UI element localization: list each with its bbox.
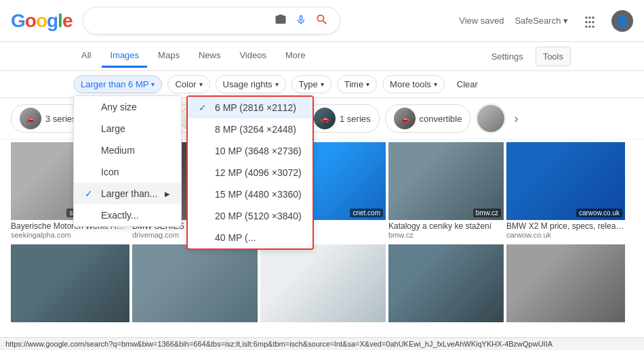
mp-20-item[interactable]: 20 MP (5120 ×3840) bbox=[188, 205, 313, 227]
tab-images[interactable]: Images bbox=[102, 45, 147, 68]
image-item-7[interactable] bbox=[132, 244, 258, 322]
size-large-item[interactable]: Large bbox=[74, 118, 181, 139]
view-saved-link[interactable]: View saved bbox=[459, 16, 504, 26]
cat-thumb-1series: 🚗 bbox=[314, 108, 336, 129]
search-icon bbox=[315, 13, 329, 26]
image-item-5[interactable]: carwow.co.uk BMW X2 M price, specs, rele… bbox=[506, 142, 625, 239]
more-tools-arrow: ▾ bbox=[434, 81, 437, 88]
mic-icon bbox=[295, 14, 307, 26]
size-icon-label: Icon bbox=[101, 167, 119, 177]
search-input[interactable]: bmw bbox=[93, 15, 268, 27]
image-10-thumb bbox=[506, 244, 625, 322]
color-filter-button[interactable]: Color ▾ bbox=[167, 75, 209, 93]
image-item-6[interactable] bbox=[11, 244, 129, 322]
clear-button[interactable]: Clear bbox=[450, 76, 485, 93]
size-exactly-item[interactable]: Exactly... bbox=[74, 204, 181, 226]
filter-bar: Larger than 6 MP ▾ Color ▾ Usage rights … bbox=[0, 71, 644, 98]
cat-label-3series: 3 series bbox=[45, 114, 77, 124]
size-large-label: Large bbox=[101, 123, 125, 134]
cat-thumb-extra bbox=[477, 105, 504, 132]
settings-link[interactable]: Settings bbox=[485, 47, 530, 66]
image-5-source: carwow.co.uk bbox=[506, 231, 625, 239]
nav-right: Settings Tools bbox=[485, 47, 571, 66]
tab-videos[interactable]: Videos bbox=[231, 45, 275, 68]
usage-rights-button[interactable]: Usage rights ▾ bbox=[216, 75, 286, 93]
color-filter-label: Color bbox=[175, 79, 196, 89]
image-8-thumb bbox=[260, 244, 386, 322]
image-4-source: bmw.cz bbox=[388, 231, 504, 239]
mp-10-label: 10 MP (3648 ×2736) bbox=[215, 146, 302, 156]
image-item-8[interactable] bbox=[260, 244, 386, 322]
size-any-label: Any size bbox=[101, 102, 137, 112]
cat-label-1series: 1 series bbox=[340, 114, 371, 124]
size-larger-label: Larger than... bbox=[101, 188, 157, 199]
category-next-button[interactable]: › bbox=[511, 109, 521, 129]
size-larger-item[interactable]: ✓ Larger than... ▶ bbox=[74, 183, 181, 204]
tools-button[interactable]: Tools bbox=[536, 47, 571, 66]
grid-icon bbox=[583, 14, 597, 28]
search-button[interactable] bbox=[314, 12, 330, 30]
size-larger-arrow: ▶ bbox=[165, 190, 170, 198]
size-icon-item[interactable]: Icon bbox=[74, 161, 181, 183]
apps-button[interactable] bbox=[579, 10, 601, 32]
image-9-thumb bbox=[388, 244, 504, 322]
mp-15-label: 15 MP (4480 ×3360) bbox=[215, 189, 302, 200]
image-5-title: BMW X2 M price, specs, release date ... bbox=[506, 221, 625, 231]
type-filter-button[interactable]: Type ▾ bbox=[291, 75, 331, 93]
time-filter-button[interactable]: Time ▾ bbox=[337, 75, 377, 93]
type-filter-arrow: ▾ bbox=[321, 81, 324, 88]
size-any-item[interactable]: Any size bbox=[74, 96, 181, 118]
size-larger-check: ✓ bbox=[85, 188, 96, 199]
type-filter-label: Type bbox=[299, 79, 318, 89]
time-filter-label: Time bbox=[344, 79, 363, 89]
size-medium-item[interactable]: Medium bbox=[74, 139, 181, 161]
camera-search-button[interactable] bbox=[273, 12, 288, 29]
logo-l: l bbox=[58, 10, 62, 31]
mp-6-check: ✓ bbox=[199, 102, 209, 113]
mp-10-item[interactable]: 10 MP (3648 ×2736) bbox=[188, 140, 313, 162]
voice-search-button[interactable] bbox=[294, 12, 308, 29]
category-more-thumb[interactable] bbox=[476, 104, 506, 133]
mp-8-label: 8 MP (3264 ×2448) bbox=[215, 124, 296, 135]
tab-maps[interactable]: Maps bbox=[150, 45, 188, 68]
image-item-9[interactable] bbox=[388, 244, 504, 322]
more-tools-button[interactable]: More tools ▾ bbox=[382, 75, 445, 93]
time-filter-arrow: ▾ bbox=[366, 81, 369, 88]
logo-g2: g bbox=[47, 10, 58, 31]
tab-all[interactable]: All bbox=[73, 45, 99, 68]
mp-15-item[interactable]: 15 MP (4480 ×3360) bbox=[188, 183, 313, 205]
more-tools-label: More tools bbox=[390, 79, 431, 89]
status-url: https://www.google.com/search?q=bmw&biw=… bbox=[5, 340, 552, 348]
logo-o1: o bbox=[25, 10, 36, 31]
tab-more[interactable]: More bbox=[277, 45, 314, 68]
safe-search-link[interactable]: SafeSearch ▾ bbox=[515, 16, 568, 26]
google-logo[interactable]: Google bbox=[11, 10, 72, 32]
category-1series[interactable]: 🚗 1 series bbox=[305, 104, 380, 133]
size-filter-arrow: ▾ bbox=[151, 81, 155, 88]
mp-8-item[interactable]: 8 MP (3264 ×2448) bbox=[188, 118, 313, 140]
image-6-thumb bbox=[11, 244, 129, 322]
cat-thumb-3series: 🚗 bbox=[20, 108, 41, 129]
cat-label-convertible: convertible bbox=[420, 114, 462, 124]
size-filter-button[interactable]: Larger than 6 MP ▾ bbox=[73, 75, 162, 93]
image-4-title: Katalogy a ceniky ke stažení bbox=[388, 221, 504, 231]
mp-20-label: 20 MP (5120 ×3840) bbox=[215, 211, 302, 221]
mp-dropdown: ✓ 6 MP (2816 ×2112) 8 MP (3264 ×2448) 10… bbox=[186, 95, 314, 250]
mp-40-item[interactable]: 40 MP (... bbox=[188, 227, 313, 248]
mp-12-item[interactable]: 12 MP (4096 ×3072) bbox=[188, 162, 313, 183]
usage-rights-label: Usage rights bbox=[223, 79, 273, 89]
tab-news[interactable]: News bbox=[190, 45, 229, 68]
image-item-10[interactable] bbox=[506, 244, 625, 322]
account-button[interactable]: 👤 bbox=[611, 10, 633, 32]
image-item-4[interactable]: bmw.cz Katalogy a ceniky ke stažení bmw.… bbox=[388, 142, 504, 239]
category-convertible[interactable]: 🚗 convertible bbox=[385, 104, 471, 133]
mp-6-label: 6 MP (2816 ×2112) bbox=[215, 102, 296, 113]
header-right: View saved SafeSearch ▾ 👤 bbox=[459, 10, 633, 32]
color-filter-arrow: ▾ bbox=[199, 81, 203, 88]
usage-rights-arrow: ▾ bbox=[275, 81, 279, 88]
image-7-thumb bbox=[132, 244, 258, 322]
size-medium-label: Medium bbox=[101, 145, 135, 156]
nav-tabs: All Images Maps News Videos More Setting… bbox=[0, 42, 644, 71]
mp-6-item[interactable]: ✓ 6 MP (2816 ×2112) bbox=[188, 97, 313, 118]
size-dropdown: Any size Large Medium Icon ✓ Larger than… bbox=[73, 95, 182, 227]
